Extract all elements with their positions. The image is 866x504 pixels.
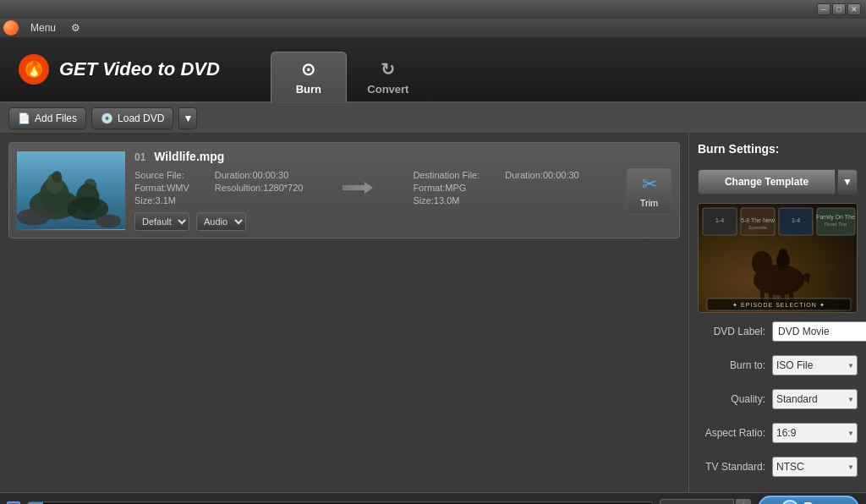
- quality-select[interactable]: Standard High Low: [772, 389, 858, 409]
- dest-size: Size:13.0M: [413, 195, 480, 205]
- tab-burn[interactable]: ⊙ Burn: [271, 52, 347, 102]
- add-files-icon: 📄: [18, 112, 30, 124]
- titlebar: ─ □ ✕: [0, 0, 866, 19]
- svg-text:Episode: Episode: [748, 225, 767, 230]
- burn-button[interactable]: Burn: [758, 496, 859, 505]
- file-info: 01 Wildlife.mpg Source File: Format:WMV …: [134, 150, 617, 231]
- dvd-size-dropdown[interactable]: ▲ ▼: [736, 499, 751, 505]
- burn-to-select-wrapper: ISO File DVD Disc DVD Folder: [772, 355, 858, 375]
- change-template-button[interactable]: Change Template: [698, 169, 836, 194]
- audio-select[interactable]: Audio: [196, 212, 246, 231]
- quality-label: Quality:: [698, 393, 765, 405]
- tab-convert[interactable]: ↻ Convert: [350, 52, 426, 102]
- tv-standard-row: TV Standard: NTSC PAL: [698, 457, 858, 477]
- burn-tab-icon: ⊙: [301, 59, 315, 79]
- svg-text:✦ EPISODE SELECTION ✦: ✦ EPISODE SELECTION ✦: [732, 302, 825, 308]
- burn-to-label: Burn to:: [698, 359, 765, 371]
- svg-text:🔥: 🔥: [25, 59, 44, 78]
- file-details: Source File: Format:WMV Size:3.1M Durati…: [134, 170, 617, 205]
- aspect-ratio-row: Aspect Ratio: 16:9 4:3: [698, 423, 858, 443]
- svg-text:Family On The: Family On The: [816, 214, 855, 221]
- dvd-label-label: DVD Label:: [698, 326, 765, 337]
- convert-tab-icon: ↻: [381, 59, 395, 79]
- change-template-row: Change Template ▼: [698, 169, 858, 194]
- restore-button[interactable]: □: [832, 3, 846, 15]
- dest-extra: Duration:00:00:30: [505, 170, 578, 205]
- effect-select[interactable]: Default Fade Wipe: [134, 212, 189, 231]
- main: 01 Wildlife.mpg Source File: Format:WMV …: [0, 134, 866, 492]
- thumbnail-image: [17, 151, 125, 230]
- file-index: 01: [134, 151, 145, 163]
- quality-row: Quality: Standard High Low: [698, 389, 858, 409]
- file-item: 01 Wildlife.mpg Source File: Format:WMV …: [8, 142, 680, 238]
- burn-button-icon: [781, 500, 798, 505]
- svg-point-22: [779, 249, 787, 257]
- progress-indicator-box: [7, 501, 20, 505]
- burn-to-row: Burn to: ISO File DVD Disc DVD Folder: [698, 355, 858, 375]
- convert-tab-label: Convert: [367, 83, 408, 96]
- svg-text:5-8 The New: 5-8 The New: [741, 217, 776, 223]
- file-name: 01 Wildlife.mpg: [134, 150, 617, 163]
- svg-text:1-4: 1-4: [792, 217, 800, 223]
- aspect-ratio-select[interactable]: 16:9 4:3: [772, 423, 858, 443]
- svg-text:Road Trip: Road Trip: [825, 222, 847, 227]
- file-name-text: Wildlife.mpg: [154, 150, 224, 163]
- burn-settings-title: Burn Settings:: [698, 142, 858, 156]
- close-button[interactable]: ✕: [847, 3, 861, 15]
- burn-button-label: Burn: [803, 501, 835, 505]
- toolbar: 📄 Add Files 💿 Load DVD ▼: [0, 103, 866, 134]
- source-resolution-row: Resolultion:1280*720: [215, 183, 304, 193]
- source-size: Size:3.1M: [134, 195, 189, 205]
- source-label: Source File:: [134, 170, 189, 180]
- aspect-ratio-label: Aspect Ratio:: [698, 427, 765, 439]
- titlebar-controls: ─ □ ✕: [817, 3, 861, 15]
- template-preview: 1-4 5-8 The New Episode 1-4 Family On Th…: [698, 203, 858, 313]
- bottom-bar: 0.12G/4.70G DVD5(4500M) ▲ ▼ Burn: [0, 492, 866, 504]
- quality-select-wrapper: Standard High Low: [772, 389, 858, 409]
- dvd-size-label: DVD5(4500M): [660, 499, 734, 505]
- source-extra: Duration:00:00:30 Resolultion:1280*720: [215, 170, 304, 205]
- svg-point-12: [96, 214, 122, 227]
- load-dvd-icon: 💿: [101, 112, 113, 124]
- dest-duration-row: Duration:00:00:30: [505, 170, 578, 180]
- tv-standard-select[interactable]: NTSC PAL: [772, 457, 858, 477]
- dest-format: Format:MPG: [413, 183, 480, 193]
- menu-menu-item[interactable]: Menu: [24, 20, 63, 36]
- source-format: Format:WMV: [134, 183, 189, 193]
- add-files-button[interactable]: 📄 Add Files: [8, 107, 86, 129]
- file-controls: Default Fade Wipe Audio: [134, 212, 617, 231]
- tv-standard-select-wrapper: NTSC PAL: [772, 457, 858, 477]
- load-dvd-label: Load DVD: [118, 112, 164, 124]
- dvd-size-box: DVD5(4500M) ▲ ▼: [660, 499, 751, 505]
- source-details: Source File: Format:WMV Size:3.1M: [134, 170, 189, 205]
- load-dvd-button[interactable]: 💿 Load DVD: [91, 107, 173, 129]
- dvd-label-input[interactable]: [772, 321, 866, 342]
- content-area: 01 Wildlife.mpg Source File: Format:WMV …: [0, 134, 688, 492]
- aspect-select-wrapper: 16:9 4:3: [772, 423, 858, 443]
- change-template-dropdown[interactable]: ▼: [837, 169, 858, 194]
- app-logo-icon: 🔥: [17, 52, 51, 86]
- dest-details: Destination File: Format:MPG Size:13.0M: [413, 170, 480, 205]
- dest-label: Destination File:: [413, 170, 480, 180]
- add-files-label: Add Files: [35, 112, 77, 124]
- app-logo-small: [3, 20, 19, 36]
- svg-point-10: [84, 178, 97, 195]
- load-dvd-dropdown[interactable]: ▼: [178, 107, 197, 129]
- trim-label: Trim: [640, 198, 659, 208]
- source-duration-row: Duration:00:00:30: [215, 170, 304, 180]
- right-panel: Burn Settings: Change Template ▼: [688, 134, 866, 492]
- menu-settings-icon[interactable]: ⚙: [64, 20, 87, 36]
- file-thumbnail: [16, 151, 126, 231]
- minimize-button[interactable]: ─: [817, 3, 830, 15]
- svg-rect-16: [760, 267, 772, 284]
- dvd-label-row: DVD Label:: [698, 321, 858, 342]
- tv-standard-label: TV Standard:: [698, 461, 765, 473]
- logo-area: 🔥 GET Video to DVD: [0, 52, 237, 86]
- svg-point-11: [17, 208, 50, 225]
- trim-icon: ✂: [642, 173, 657, 195]
- app-title: GET Video to DVD: [59, 58, 220, 80]
- burn-to-select[interactable]: ISO File DVD Disc DVD Folder: [772, 355, 858, 375]
- trim-button[interactable]: ✂ Trim: [626, 167, 672, 214]
- convert-arrow: [328, 170, 387, 205]
- svg-text:1-4: 1-4: [715, 217, 724, 223]
